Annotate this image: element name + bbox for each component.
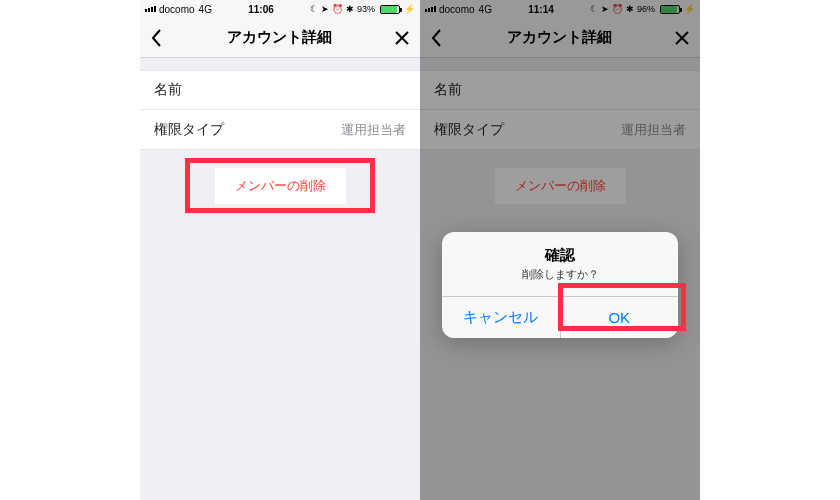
battery-icon [380, 5, 400, 14]
nav-bar: アカウント詳細 [140, 18, 420, 58]
charging-icon: ⚡ [404, 4, 415, 14]
screenshot-left: docomo 4G 11:06 ☾ ➤ ⏰ ✱ 93% ⚡ アカウント詳細 名前 [140, 0, 420, 500]
status-icons: ☾ ➤ ⏰ ✱ 93% ⚡ [310, 4, 415, 14]
delete-section: メンバーの削除 [140, 168, 420, 204]
signal-icon [145, 6, 156, 12]
battery-pct: 93% [357, 4, 375, 14]
alarm-icon: ⏰ [332, 4, 343, 14]
location-icon: ➤ [321, 4, 329, 14]
row-name[interactable]: 名前 [140, 70, 420, 110]
row-role[interactable]: 権限タイプ 運用担当者 [140, 110, 420, 150]
page-margin-left [0, 0, 140, 500]
row-value: 運用担当者 [341, 121, 406, 139]
highlight-box [558, 283, 686, 331]
page-margin-right [700, 0, 840, 500]
cancel-button[interactable]: キャンセル [442, 297, 560, 338]
close-button[interactable] [394, 30, 410, 46]
row-value [350, 81, 406, 99]
clock: 11:06 [248, 4, 274, 15]
bluetooth-icon: ✱ [346, 4, 354, 14]
row-label: 名前 [154, 81, 182, 99]
detail-rows: 名前 権限タイプ 運用担当者 [140, 70, 420, 150]
status-bar: docomo 4G 11:06 ☾ ➤ ⏰ ✱ 93% ⚡ [140, 0, 420, 18]
page-title: アカウント詳細 [227, 28, 332, 47]
carrier-label: docomo [159, 4, 195, 15]
moon-icon: ☾ [310, 4, 318, 14]
network-label: 4G [199, 4, 212, 15]
highlight-box [185, 158, 375, 213]
back-button[interactable] [150, 28, 164, 48]
dialog-title: 確認 [442, 232, 678, 267]
screenshot-right: docomo 4G 11:14 ☾ ➤ ⏰ ✱ 96% ⚡ アカウント詳細 名前 [420, 0, 700, 500]
row-label: 権限タイプ [154, 121, 224, 139]
